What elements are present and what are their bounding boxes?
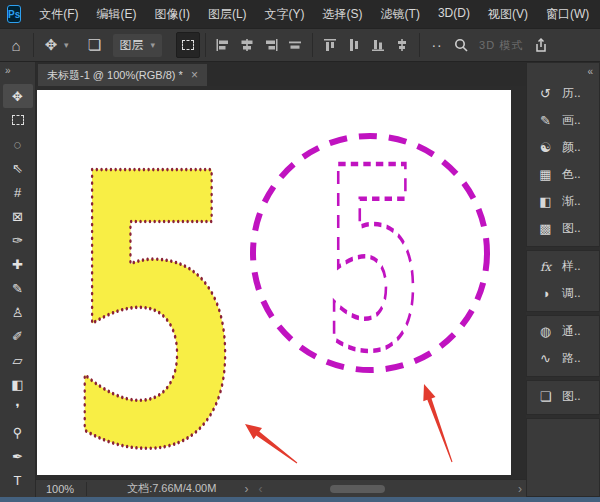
move-tool[interactable]: ✥ xyxy=(3,84,33,108)
panel-item-brushes[interactable]: ✎ 画.. xyxy=(527,107,599,134)
status-popup-chevron[interactable]: › xyxy=(244,482,248,496)
toolbar-expand-icon[interactable]: » xyxy=(0,62,35,84)
menu-view[interactable]: 视图(V) xyxy=(480,2,536,27)
share-icon[interactable] xyxy=(529,32,553,58)
3d-mode-label: 3D 模式 xyxy=(479,38,523,53)
menu-file[interactable]: 文件(F) xyxy=(31,2,86,27)
distribute-middle-icon[interactable] xyxy=(342,32,366,58)
history-brush-tool[interactable]: ✐ xyxy=(3,324,33,348)
gradient-icon: ◧ xyxy=(11,377,23,392)
panel-label: 调.. xyxy=(562,285,581,302)
type-tool[interactable]: T xyxy=(3,468,33,492)
annotation-arrow xyxy=(245,424,297,463)
show-transform-controls-toggle[interactable] xyxy=(176,32,200,58)
menu-type[interactable]: 文字(Y) xyxy=(257,2,313,27)
panel-item-gradients[interactable]: ◧ 渐.. xyxy=(527,188,599,215)
distribute-top-icon[interactable] xyxy=(318,32,342,58)
chevron-down-icon[interactable]: ▾ xyxy=(64,40,69,50)
panel-item-styles[interactable]: fx 样.. xyxy=(527,253,599,280)
transform-controls-icon xyxy=(182,40,194,50)
target-mode-dropdown[interactable]: 图层 ▾ xyxy=(113,34,163,57)
stamp-icon: ♙ xyxy=(12,305,24,320)
panel-item-color[interactable]: ☯ 颜.. xyxy=(527,134,599,161)
scroll-left-chevron[interactable]: ‹ xyxy=(258,482,262,496)
canvas-viewport[interactable]: 5 5 xyxy=(36,86,526,479)
move-icon: ✥ xyxy=(12,89,23,104)
zoom-level-field[interactable]: 100% xyxy=(36,483,86,495)
brushes-icon: ✎ xyxy=(537,113,554,128)
divider xyxy=(86,482,87,496)
adjustments-icon: ◑ xyxy=(537,286,554,301)
panel-label: 通.. xyxy=(562,323,581,340)
crop-tool[interactable]: # xyxy=(3,180,33,204)
tab-close-icon[interactable]: × xyxy=(191,68,198,82)
menu-edit[interactable]: 编辑(E) xyxy=(89,2,145,27)
annotation-arrow xyxy=(423,384,452,462)
type-icon: T xyxy=(14,473,22,488)
eyedropper-tool[interactable]: ✑ xyxy=(3,228,33,252)
swatches-icon: ▦ xyxy=(537,167,554,182)
panel-label: 图.. xyxy=(562,388,581,405)
styles-icon: fx xyxy=(537,260,554,274)
pen-tool[interactable]: ✒ xyxy=(3,444,33,468)
document-tabbar: 未标题-1 @ 100%(RGB/8) * × xyxy=(36,62,526,86)
menu-window[interactable]: 窗口(W) xyxy=(538,2,597,27)
move-tool-icon[interactable]: ✥ xyxy=(39,32,63,58)
panel-collapse-icon[interactable]: « xyxy=(527,65,599,80)
panel-item-channels[interactable]: ◍ 通.. xyxy=(527,318,599,345)
history-icon: ↺ xyxy=(537,86,554,101)
frame-icon: ⊠ xyxy=(12,209,23,224)
toolbar-panel: » ✥ ◌ ⇖ # ⊠ ✑ ✚ ✎ ♙ ✐ ▱ ◧ ❜ ⚲ ✒ T xyxy=(0,62,36,497)
panel-item-adjustments[interactable]: ◑ 调.. xyxy=(527,280,599,307)
menu-layer[interactable]: 图层(L) xyxy=(200,2,255,27)
brush-tool[interactable]: ✎ xyxy=(3,276,33,300)
gradient-tool[interactable]: ◧ xyxy=(3,372,33,396)
panel-item-paths[interactable]: ∿ 路.. xyxy=(527,345,599,372)
panel-label: 历.. xyxy=(562,85,581,102)
rectangular-marquee-tool[interactable] xyxy=(3,108,33,132)
distribute-bottom-icon[interactable] xyxy=(366,32,390,58)
document-canvas[interactable]: 5 5 xyxy=(37,90,511,475)
crop-icon: # xyxy=(14,185,21,200)
chevron-down-icon: ▾ xyxy=(151,40,156,50)
divider xyxy=(312,33,313,57)
object-selection-tool[interactable]: ⇖ xyxy=(3,156,33,180)
eraser-tool[interactable]: ▱ xyxy=(3,348,33,372)
pen-icon: ✒ xyxy=(12,449,23,464)
dodge-tool[interactable]: ⚲ xyxy=(3,420,33,444)
align-right-icon[interactable] xyxy=(259,32,283,58)
eyedropper-icon: ✑ xyxy=(12,233,23,248)
document-tab-title: 未标题-1 @ 100%(RGB/8) * xyxy=(47,68,183,83)
align-top-icon[interactable] xyxy=(283,32,307,58)
marquee-icon xyxy=(12,115,24,125)
search-icon[interactable] xyxy=(449,32,473,58)
menu-select[interactable]: 选择(S) xyxy=(315,2,371,27)
align-center-horizontal-icon[interactable] xyxy=(235,32,259,58)
document-area: 未标题-1 @ 100%(RGB/8) * × 5 5 10 xyxy=(36,62,526,497)
horizontal-scrollbar-thumb[interactable] xyxy=(330,485,385,493)
auto-select-icon[interactable]: ❏ xyxy=(83,32,107,58)
document-tab[interactable]: 未标题-1 @ 100%(RGB/8) * × xyxy=(38,64,207,86)
eraser-icon: ▱ xyxy=(13,353,23,368)
divider xyxy=(419,33,420,57)
panel-item-swatches[interactable]: ▦ 色.. xyxy=(527,161,599,188)
clone-stamp-tool[interactable]: ♙ xyxy=(3,300,33,324)
menu-3d[interactable]: 3D(D) xyxy=(430,2,478,27)
panel-label: 渐.. xyxy=(562,193,581,210)
distribute-vertical-icon[interactable] xyxy=(390,32,414,58)
menu-image[interactable]: 图像(I) xyxy=(147,2,198,27)
align-left-icon[interactable] xyxy=(211,32,235,58)
spot-healing-brush-tool[interactable]: ✚ xyxy=(3,252,33,276)
layers-icon: ❏ xyxy=(537,389,554,404)
panel-label: 颜.. xyxy=(562,139,581,156)
menu-filter[interactable]: 滤镜(T) xyxy=(373,2,428,27)
panel-item-history[interactable]: ↺ 历.. xyxy=(527,80,599,107)
panel-item-patterns[interactable]: ▩ 图.. xyxy=(527,215,599,242)
more-options-icon[interactable]: ·· xyxy=(425,32,449,58)
home-icon[interactable]: ⌂ xyxy=(4,32,28,58)
frame-tool[interactable]: ⊠ xyxy=(3,204,33,228)
lasso-tool[interactable]: ◌ xyxy=(3,132,33,156)
panel-item-layers[interactable]: ❏ 图.. xyxy=(527,383,599,410)
scroll-right-chevron[interactable]: › xyxy=(518,482,522,496)
blur-tool[interactable]: ❜ xyxy=(3,396,33,420)
